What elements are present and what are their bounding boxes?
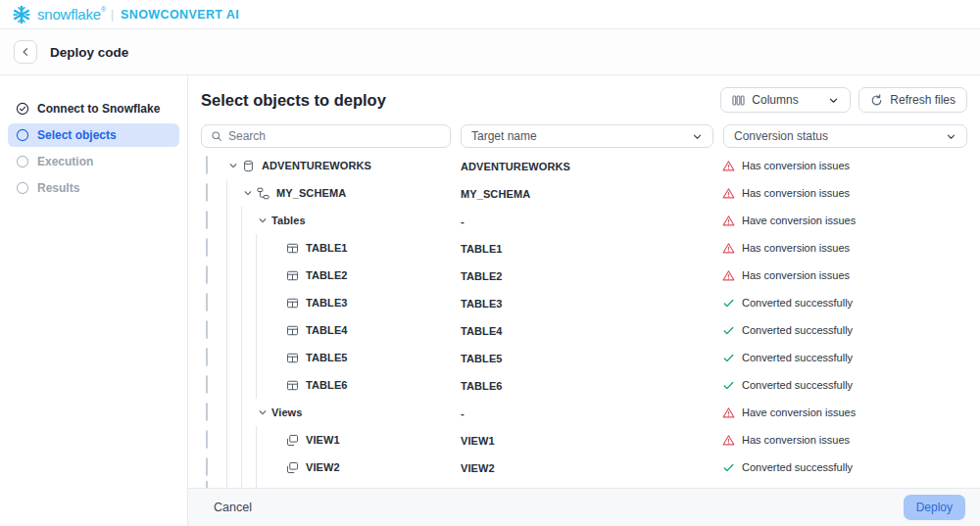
status-text: Have conversion issues: [742, 215, 856, 226]
step-state-icon: [16, 128, 29, 142]
indent-guides: [226, 316, 270, 344]
row-checkbox[interactable]: [206, 348, 208, 366]
row-checkbox[interactable]: [206, 457, 208, 476]
cancel-button[interactable]: Cancel: [214, 501, 252, 514]
row-checkbox[interactable]: [206, 211, 208, 229]
columns-label: Columns: [752, 93, 798, 107]
target-name-value: VIEW2: [461, 462, 495, 474]
step-label: Select objects: [37, 128, 117, 142]
object-name: VIEW2: [306, 461, 340, 473]
row-checkbox[interactable]: [206, 156, 208, 174]
row-checkbox[interactable]: [206, 320, 208, 339]
object-type-icon: [286, 352, 299, 364]
refresh-files-button[interactable]: Refresh files: [858, 87, 967, 113]
indent-guides: [226, 454, 270, 481]
sidebar-step-connect-to-snowflake[interactable]: Connect to Snowflake: [8, 97, 179, 120]
target-name-value: VIEW1: [461, 435, 495, 447]
table-row: TABLE2 TABLE2 Has conversion issues: [201, 262, 967, 289]
search-box[interactable]: [201, 124, 451, 148]
section-title: Select objects to deploy: [201, 91, 386, 110]
object-type-icon: [286, 297, 299, 310]
target-name-value: TABLE2: [461, 270, 503, 282]
object-name: TABLE6: [306, 379, 348, 391]
deploy-button[interactable]: Deploy: [904, 495, 965, 520]
indent-guides: [226, 234, 270, 262]
expand-chevron-icon[interactable]: [243, 188, 253, 198]
sidebar-step-execution[interactable]: Execution: [8, 150, 179, 173]
status-text: Have conversion issues: [742, 406, 856, 418]
indent-guides: [226, 207, 256, 234]
back-button[interactable]: [14, 40, 37, 64]
object-name: VIEW1: [306, 434, 340, 446]
sidebar-step-results[interactable]: Results: [8, 176, 179, 200]
target-name-value: TABLE4: [461, 325, 503, 337]
object-type-icon: [286, 269, 299, 282]
row-checkbox[interactable]: [206, 481, 208, 488]
table-row: TABLE6 TABLE6 Converted successfully: [201, 371, 967, 399]
step-label: Connect to Snowflake: [37, 102, 160, 116]
status-icon: [722, 160, 735, 172]
action-footer: Cancel Deploy: [188, 488, 980, 526]
chevron-down-icon: [692, 131, 703, 142]
object-type-icon: [286, 324, 299, 337]
table-row: VIEW1 VIEW1 Has conversion issues: [201, 426, 967, 454]
indent-guides: [226, 262, 270, 289]
object-type-icon: [286, 434, 299, 447]
table-row: TABLE4 TABLE4 Converted successfully: [201, 316, 967, 344]
brand-divider: |: [111, 8, 114, 22]
table-row-partial: [201, 481, 967, 488]
status-text: Has conversion issues: [742, 242, 850, 254]
object-name: ADVENTUREWORKS: [262, 160, 371, 171]
row-checkbox[interactable]: [206, 183, 208, 202]
expand-chevron-icon[interactable]: [258, 215, 268, 225]
target-name-value: TABLE1: [461, 243, 503, 255]
step-state-icon: [16, 102, 29, 116]
step-label: Execution: [37, 155, 93, 168]
table-body: ADVENTUREWORKS ADVENTUREWORKS Has conver…: [201, 152, 967, 481]
status-text: Has conversion issues: [742, 434, 850, 446]
target-name-value: TABLE5: [461, 353, 503, 364]
target-name-value: -: [461, 215, 465, 227]
status-text: Converted successfully: [742, 379, 853, 391]
status-text: Converted successfully: [742, 297, 853, 309]
table-row: TABLE5 TABLE5 Converted successfully: [201, 344, 967, 371]
expand-chevron-icon[interactable]: [258, 407, 268, 417]
object-name: Views: [271, 406, 303, 418]
status-icon: [722, 242, 735, 255]
row-checkbox[interactable]: [206, 375, 208, 394]
row-checkbox[interactable]: [206, 430, 208, 449]
status-text: Has conversion issues: [742, 269, 850, 281]
status-icon: [722, 324, 735, 337]
indent-guides: [226, 371, 270, 399]
steps-sidebar: Connect to Snowflake Select objects Exec…: [0, 75, 188, 526]
target-name-value: MY_SCHEMA: [461, 188, 530, 200]
conversion-status-label: Conversion status: [734, 129, 828, 143]
status-icon: [722, 297, 735, 310]
expand-chevron-icon[interactable]: [228, 161, 238, 170]
status-icon: [722, 215, 735, 227]
columns-dropdown-button[interactable]: Columns: [720, 87, 851, 113]
columns-icon: [732, 94, 745, 107]
page-header: Deploy code: [0, 29, 980, 75]
table-row: MY_SCHEMA MY_SCHEMA Has conversion issue…: [201, 179, 967, 207]
row-checkbox[interactable]: [206, 403, 208, 421]
target-name-select[interactable]: Target name: [461, 124, 713, 148]
object-name: MY_SCHEMA: [276, 187, 346, 199]
indent-guides: [226, 289, 270, 316]
status-text: Converted successfully: [742, 352, 853, 363]
object-type-icon: [286, 242, 299, 255]
object-name: TABLE3: [306, 297, 348, 309]
row-checkbox[interactable]: [206, 265, 208, 284]
row-checkbox[interactable]: [206, 238, 208, 257]
object-name: TABLE4: [306, 324, 348, 336]
sidebar-step-select-objects[interactable]: Select objects: [8, 123, 179, 147]
refresh-files-label: Refresh files: [890, 93, 956, 107]
row-checkbox[interactable]: [206, 293, 208, 311]
snowflake-brand[interactable]: snowflake®: [12, 5, 106, 24]
conversion-status-select[interactable]: Conversion status: [723, 124, 967, 148]
page-title: Deploy code: [50, 45, 128, 60]
main-panel: Select objects to deploy Columns Refresh…: [188, 75, 980, 526]
object-name: TABLE2: [306, 269, 348, 281]
snowflake-wordmark: snowflake®: [37, 6, 106, 23]
search-input[interactable]: [228, 129, 441, 143]
